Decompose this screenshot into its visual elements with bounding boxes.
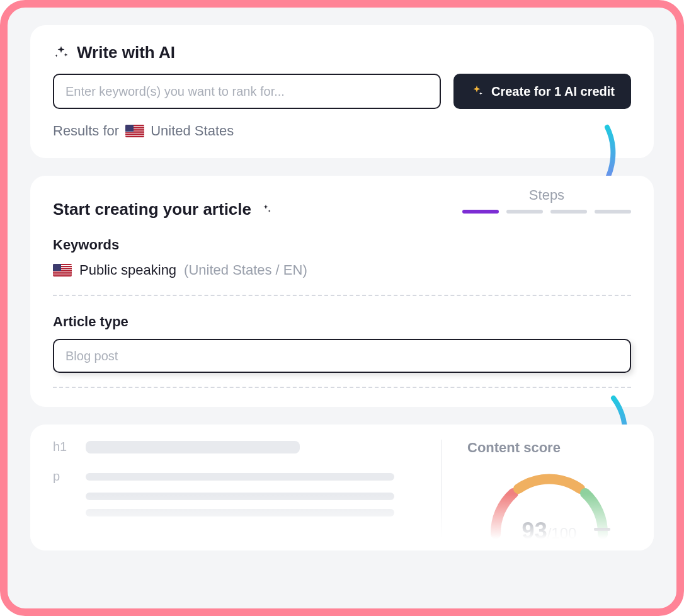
keyword-input[interactable] <box>53 74 441 109</box>
step-bar <box>595 210 631 214</box>
keyword-value: Public speaking <box>79 262 176 278</box>
steps-indicator: Steps <box>462 187 631 214</box>
p-tag: p <box>53 469 72 484</box>
results-country-line: Results for United States <box>53 123 631 139</box>
start-creating-card: Start creating your article Steps <box>30 176 654 407</box>
create-button[interactable]: Create for 1 AI credit <box>453 74 631 109</box>
step-bar <box>462 210 499 214</box>
steps-label: Steps <box>462 187 631 203</box>
score-max: 100 <box>551 525 576 542</box>
sparkles-icon <box>53 45 69 61</box>
skeleton-line <box>86 441 300 453</box>
score-gauge: 93/100 <box>483 465 615 540</box>
results-prefix: Results for <box>53 123 119 139</box>
score-value: 93 <box>522 518 547 544</box>
us-flag-icon <box>125 125 144 137</box>
content-score-title: Content score <box>467 440 631 456</box>
divider <box>53 387 631 388</box>
sparkles-icon <box>470 84 484 98</box>
skeleton-line <box>86 493 394 500</box>
divider <box>53 295 631 296</box>
content-score-panel: Content score 93/100 <box>442 440 631 550</box>
create-button-label: Create for 1 AI credit <box>491 84 615 99</box>
content-preview-card: h1 p Content score <box>30 425 654 550</box>
skeleton-line <box>86 473 394 481</box>
card-title: Write with AI <box>77 43 175 62</box>
skeleton-line <box>86 509 394 516</box>
article-type-label: Article type <box>53 314 631 330</box>
keyword-row: Public speaking (United States / EN) <box>53 262 631 278</box>
us-flag-icon <box>53 264 72 277</box>
editor-preview: h1 p <box>53 440 442 550</box>
card-title: Start creating your article <box>53 200 251 219</box>
keywords-label: Keywords <box>53 237 631 253</box>
write-with-ai-card: Write with AI Create for 1 AI credit Res… <box>30 25 654 158</box>
step-bar <box>506 210 543 214</box>
keyword-meta: (United States / EN) <box>184 262 307 278</box>
results-country: United States <box>151 123 234 139</box>
article-type-input[interactable] <box>53 339 631 373</box>
h1-tag: h1 <box>53 440 72 454</box>
step-bar <box>550 210 587 214</box>
sparkles-icon <box>259 203 273 217</box>
